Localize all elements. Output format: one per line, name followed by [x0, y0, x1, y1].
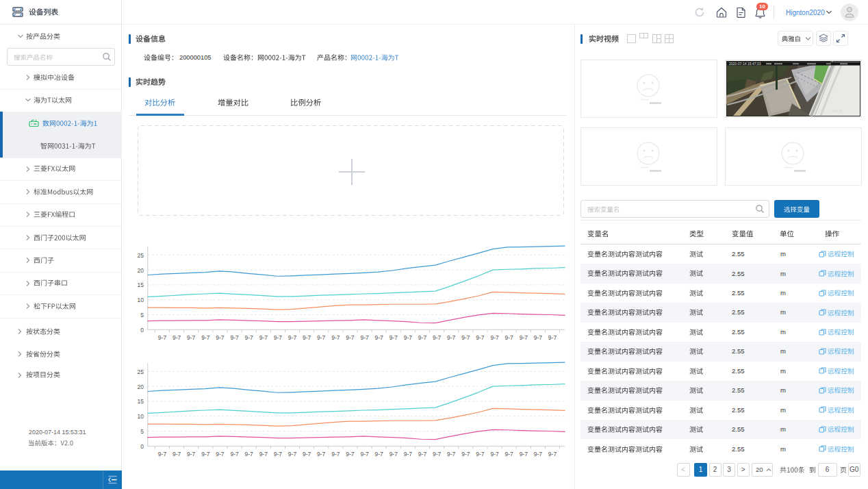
svg-text:9-7: 9-7	[216, 334, 225, 341]
svg-text:9-7: 9-7	[201, 451, 210, 458]
svg-text:9-7: 9-7	[245, 334, 254, 341]
svg-text:9-7: 9-7	[418, 451, 427, 458]
svg-text:0: 0	[140, 327, 144, 334]
svg-text:9-7: 9-7	[187, 451, 196, 458]
svg-text:9-7: 9-7	[505, 334, 514, 341]
svg-text:20: 20	[138, 267, 144, 274]
svg-text:9-7: 9-7	[490, 451, 499, 458]
svg-text:9-7: 9-7	[505, 451, 514, 458]
svg-text:9-7: 9-7	[288, 334, 297, 341]
svg-text:9-7: 9-7	[245, 451, 254, 458]
svg-text:9-7: 9-7	[346, 334, 355, 341]
svg-text:15: 15	[138, 399, 144, 405]
svg-text:9-7: 9-7	[187, 334, 196, 341]
svg-text:9-7: 9-7	[274, 334, 283, 341]
svg-text:9-7: 9-7	[288, 451, 297, 458]
svg-text:9-7: 9-7	[447, 334, 456, 341]
svg-text:9-7: 9-7	[201, 334, 210, 341]
svg-text:9-7: 9-7	[173, 451, 181, 458]
svg-text:9-7: 9-7	[534, 334, 543, 341]
svg-text:9-7: 9-7	[404, 451, 413, 458]
svg-text:9-7: 9-7	[259, 334, 268, 341]
svg-text:9-7: 9-7	[230, 451, 239, 458]
svg-text:15: 15	[138, 281, 144, 288]
svg-text:9-7: 9-7	[548, 451, 557, 458]
svg-text:9-7: 9-7	[548, 334, 557, 341]
svg-text:9-7: 9-7	[230, 334, 239, 341]
svg-text:9-7: 9-7	[433, 334, 442, 341]
svg-text:9-7: 9-7	[303, 451, 311, 458]
svg-text:IPC/7411: IPC/7411	[817, 110, 831, 114]
svg-text:5: 5	[140, 428, 144, 435]
svg-text:9-7: 9-7	[216, 451, 225, 458]
svg-text:20: 20	[138, 384, 144, 390]
svg-text:2020-07-14 15:47:33: 2020-07-14 15:47:33	[729, 62, 761, 66]
svg-text:0: 0	[140, 443, 144, 450]
svg-text:9-7: 9-7	[476, 451, 485, 458]
svg-text:9-7: 9-7	[447, 451, 456, 458]
svg-text:9-7: 9-7	[390, 451, 398, 458]
svg-text:9-7: 9-7	[317, 451, 326, 458]
svg-text:9-7: 9-7	[375, 334, 384, 341]
svg-text:9-7: 9-7	[158, 451, 167, 458]
svg-text:9-7: 9-7	[404, 334, 413, 341]
svg-text:9-7: 9-7	[317, 334, 326, 341]
svg-text:9-7: 9-7	[520, 334, 528, 341]
svg-text:9-7: 9-7	[534, 451, 543, 458]
svg-text:9-7: 9-7	[331, 334, 340, 341]
svg-text:25: 25	[138, 252, 144, 259]
svg-text:9-7: 9-7	[303, 334, 311, 341]
svg-text:9-7: 9-7	[461, 451, 470, 458]
svg-text:9-7: 9-7	[259, 451, 268, 458]
svg-text:9-7: 9-7	[331, 451, 340, 458]
svg-text:9-7: 9-7	[346, 451, 355, 458]
svg-text:9-7: 9-7	[490, 334, 499, 341]
svg-text:5: 5	[140, 312, 144, 318]
svg-text:25: 25	[138, 368, 144, 375]
svg-text:9-7: 9-7	[360, 334, 369, 341]
svg-text:9-7: 9-7	[360, 451, 369, 458]
svg-text:9-7: 9-7	[390, 334, 398, 341]
svg-text:9-7: 9-7	[461, 334, 470, 341]
svg-text:10: 10	[138, 297, 144, 303]
svg-text:9-7: 9-7	[520, 451, 528, 458]
svg-text:9-7: 9-7	[274, 451, 283, 458]
svg-text:9-7: 9-7	[418, 334, 427, 341]
svg-text:9-7: 9-7	[433, 451, 442, 458]
svg-text:9-7: 9-7	[173, 334, 181, 341]
svg-text:9-7: 9-7	[375, 451, 384, 458]
svg-text:10: 10	[138, 413, 144, 420]
svg-text:9-7: 9-7	[158, 334, 167, 341]
svg-text:9-7: 9-7	[476, 334, 485, 341]
